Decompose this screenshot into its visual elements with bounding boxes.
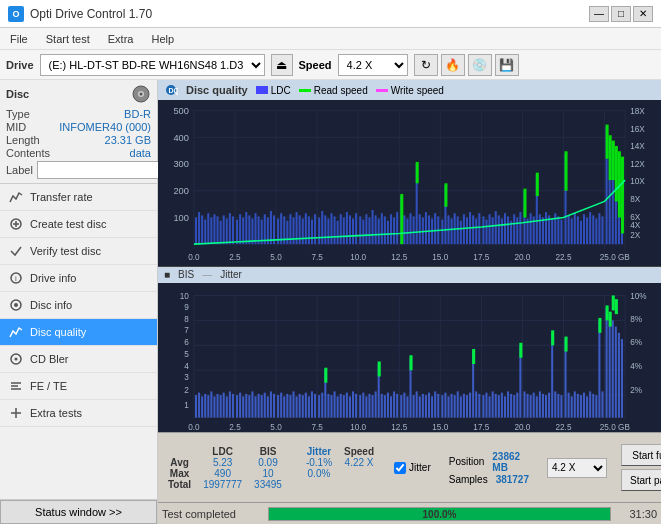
disc-contents-row: Contents data	[6, 147, 151, 159]
menu-extra[interactable]: Extra	[104, 32, 138, 46]
title-bar-left: O Opti Drive Control 1.70	[8, 6, 152, 22]
close-button[interactable]: ✕	[633, 6, 653, 22]
nav-cd-bler[interactable]: CD Bler	[0, 346, 157, 373]
svg-rect-96	[378, 219, 380, 245]
disc-panel-icon	[131, 84, 151, 104]
svg-rect-139	[513, 214, 515, 244]
svg-rect-301	[419, 396, 421, 417]
maximize-button[interactable]: □	[611, 6, 631, 22]
extra-tests-icon	[8, 405, 24, 421]
svg-rect-368	[410, 355, 413, 370]
svg-rect-239	[223, 392, 225, 417]
svg-rect-323	[489, 396, 491, 417]
disc-label-input[interactable]	[37, 161, 170, 179]
svg-rect-377	[615, 299, 618, 314]
jitter-checkbox[interactable]	[394, 462, 406, 474]
nav-fe-te[interactable]: FE / TE	[0, 373, 157, 400]
nav-extra-tests[interactable]: Extra tests	[0, 400, 157, 427]
bottom-bar: Test completed 100.0% 31:30	[158, 502, 661, 524]
legend-write-speed-color	[376, 89, 388, 92]
start-full-button[interactable]: Start full	[621, 444, 661, 466]
title-bar: O Opti Drive Control 1.70 — □ ✕	[0, 0, 661, 28]
svg-rect-131	[489, 214, 491, 244]
chart-speed-select[interactable]: 4.2 X	[547, 458, 607, 478]
svg-rect-303	[425, 395, 427, 417]
svg-rect-55	[248, 215, 250, 244]
svg-rect-86	[346, 212, 348, 244]
eject-button[interactable]: ⏏	[271, 54, 293, 76]
disc-mid-value: INFOMER40 (000)	[59, 121, 151, 133]
svg-rect-167	[601, 216, 603, 244]
svg-rect-312	[454, 395, 456, 417]
menu-start-test[interactable]: Start test	[42, 32, 94, 46]
svg-rect-256	[277, 395, 279, 417]
svg-rect-324	[492, 391, 494, 417]
svg-text:12X: 12X	[630, 159, 645, 169]
svg-rect-276	[340, 393, 342, 417]
speed-header: Speed	[338, 446, 380, 457]
svg-rect-268	[314, 393, 316, 417]
svg-rect-102	[396, 212, 398, 244]
svg-rect-83	[337, 221, 339, 244]
svg-rect-44	[213, 214, 215, 244]
right-content: DQ Disc quality LDC Read speed Write spe…	[158, 80, 661, 524]
svg-rect-320	[478, 393, 480, 417]
svg-rect-122	[460, 221, 462, 244]
refresh-icon[interactable]: ↻	[414, 54, 438, 76]
drive-bar: Drive (E:) HL-DT-ST BD-RE WH16NS48 1.D3 …	[0, 50, 661, 80]
svg-rect-306	[434, 391, 436, 417]
svg-rect-149	[545, 212, 547, 244]
svg-rect-154	[560, 220, 562, 245]
drive-select[interactable]: (E:) HL-DT-ST BD-RE WH16NS48 1.D3	[40, 54, 265, 76]
nav-create-test-disc[interactable]: Create test disc	[0, 211, 157, 238]
svg-rect-41	[204, 220, 206, 245]
svg-text:10.0: 10.0	[350, 421, 366, 432]
svg-rect-99	[387, 221, 389, 244]
nav-disc-quality[interactable]: Disc quality	[0, 319, 157, 346]
save-icon[interactable]: 💾	[495, 54, 519, 76]
upper-chart-svg: 500 400 300 200 100 18X 16X 14X 12X 10X …	[158, 100, 661, 266]
disc-icon[interactable]: 💿	[468, 54, 492, 76]
disc-contents-value: data	[130, 147, 151, 159]
nav-drive-info[interactable]: i Drive info	[0, 265, 157, 292]
nav-fe-te-label: FE / TE	[30, 380, 67, 392]
menu-file[interactable]: File	[6, 32, 32, 46]
nav-disc-info[interactable]: Disc info	[0, 292, 157, 319]
svg-rect-97	[381, 213, 383, 244]
svg-rect-350	[574, 391, 576, 417]
drive-label: Drive	[6, 59, 34, 71]
svg-rect-250	[258, 393, 260, 417]
nav-section: Transfer rate Create test disc Verify te…	[0, 184, 157, 499]
nav-verify-test-disc[interactable]: Verify test disc	[0, 238, 157, 265]
svg-rect-45	[217, 216, 219, 244]
svg-rect-71	[299, 215, 301, 244]
svg-rect-270	[321, 392, 323, 417]
lower-chart: ■ BIS — Jitter	[158, 266, 661, 433]
start-part-button[interactable]: Start part	[621, 469, 661, 491]
legend-read-speed-label: Read speed	[314, 85, 368, 96]
nav-transfer-rate[interactable]: Transfer rate	[0, 184, 157, 211]
svg-rect-275	[337, 396, 339, 417]
svg-rect-183	[615, 146, 618, 202]
svg-rect-236	[213, 396, 215, 417]
svg-rect-351	[577, 393, 579, 417]
svg-rect-112	[428, 215, 430, 244]
minimize-button[interactable]: —	[589, 6, 609, 22]
status-window-button[interactable]: Status window >>	[0, 500, 157, 524]
svg-rect-247	[248, 395, 250, 417]
svg-rect-156	[568, 215, 570, 244]
svg-text:10: 10	[180, 290, 189, 301]
burn-icon[interactable]: 🔥	[441, 54, 465, 76]
svg-rect-354	[586, 396, 588, 417]
speed-select[interactable]: 4.2 X	[338, 54, 408, 76]
svg-rect-375	[609, 311, 612, 326]
svg-rect-314	[460, 396, 462, 417]
svg-text:0.0: 0.0	[188, 421, 199, 432]
drive-info-icon: i	[8, 270, 24, 286]
menu-help[interactable]: Help	[147, 32, 178, 46]
svg-rect-148	[542, 217, 544, 244]
svg-text:16X: 16X	[630, 124, 645, 134]
svg-text:15.0: 15.0	[432, 252, 448, 262]
disc-length-label: Length	[6, 134, 40, 146]
legend-read-speed: Read speed	[299, 85, 368, 96]
